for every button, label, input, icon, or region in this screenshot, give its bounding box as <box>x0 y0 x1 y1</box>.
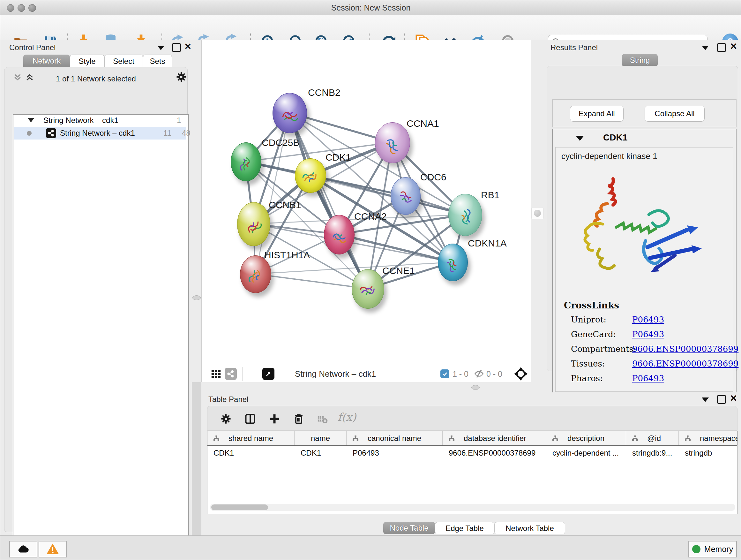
column-header-shared-name[interactable]: shared name <box>207 431 294 445</box>
node-label: CCNB2 <box>308 87 340 98</box>
column-header-name[interactable]: name <box>294 431 347 445</box>
tab-sets[interactable]: Sets <box>143 55 172 67</box>
network-node-cdk1[interactable] <box>295 159 326 193</box>
control-panel: Control Panel ✕ Network Style Select Set… <box>0 40 192 536</box>
table-panel-title: Table Panel <box>208 395 248 404</box>
column-network-icon <box>551 435 559 442</box>
tab-select[interactable]: Select <box>105 55 143 67</box>
splitter-handle[interactable] <box>531 207 543 219</box>
network-node-cdc25b[interactable] <box>231 142 261 181</box>
splitter-handle[interactable] <box>192 295 201 300</box>
column-header--id[interactable]: @id <box>626 431 679 445</box>
table-cell[interactable]: stringdb <box>679 447 738 459</box>
network-node-ccna1[interactable] <box>375 122 410 163</box>
selected-node-edge-counter: 1 - 0 <box>453 369 468 379</box>
network-share-icon[interactable] <box>225 368 237 380</box>
gene-name: CDK1 <box>603 132 627 143</box>
hidden-eye-slash-icon[interactable] <box>474 368 484 381</box>
network-node-rb1[interactable] <box>448 194 482 236</box>
column-header-description[interactable]: description <box>546 431 626 445</box>
panel-float-icon[interactable] <box>717 395 726 404</box>
panel-close-icon[interactable]: ✕ <box>730 395 737 402</box>
open-in-browser-icon[interactable] <box>262 368 274 380</box>
panel-close-icon[interactable]: ✕ <box>184 43 192 50</box>
table-cell[interactable]: CDK1 <box>207 447 294 459</box>
network-options-gear-icon[interactable] <box>176 71 187 84</box>
column-network-icon <box>684 435 691 442</box>
crosslink-link[interactable]: 9606.ENSP00000378699 <box>632 359 738 368</box>
selected-checkbox-icon[interactable] <box>441 369 449 378</box>
tab-edge-table[interactable]: Edge Table <box>435 522 494 534</box>
show-columns-icon[interactable] <box>243 412 257 426</box>
table-cell[interactable]: 9606.ENSP00000378699 <box>443 447 546 459</box>
delete-column-icon[interactable] <box>292 412 306 426</box>
table-cell[interactable]: CDK1 <box>294 447 347 459</box>
splitter-handle[interactable] <box>471 385 480 390</box>
network-edge[interactable] <box>289 113 367 289</box>
vertical-splitter-left[interactable] <box>192 40 201 382</box>
collection-label: String Network – cdk1 <box>44 116 118 125</box>
network-node-ccnb1[interactable] <box>237 202 270 246</box>
warnings-button[interactable] <box>39 541 67 557</box>
column-header-namespace[interactable]: namespace <box>679 431 738 445</box>
birdseye-grid-icon[interactable] <box>211 368 221 381</box>
table-cell[interactable]: cyclin-dependent ... <box>546 447 626 459</box>
fit-content-crosshair-icon[interactable] <box>514 367 528 382</box>
cloud-button[interactable] <box>9 541 37 557</box>
node-label: CCNB1 <box>269 199 301 210</box>
entry-expanded-icon[interactable] <box>576 136 584 141</box>
add-column-icon[interactable] <box>267 412 281 426</box>
network-selection-status: 1 of 1 Network selected <box>4 74 187 83</box>
delete-table-icon[interactable] <box>315 412 329 426</box>
panel-close-icon[interactable]: ✕ <box>730 43 737 50</box>
collapse-all-button[interactable]: Collapse All <box>645 106 704 122</box>
network-node-cdc6[interactable] <box>391 177 421 215</box>
network-collection-row[interactable]: String Network – cdk1 1 <box>13 115 187 127</box>
hidden-node-edge-counter: 0 - 0 <box>486 369 502 379</box>
column-header-database-identifier[interactable]: database identifier <box>443 431 546 445</box>
expand-all-button[interactable]: Expand All <box>570 106 623 122</box>
tab-network-table[interactable]: Network Table <box>494 522 565 534</box>
network-edge[interactable] <box>255 274 367 289</box>
tab-style[interactable]: Style <box>70 55 105 67</box>
table-options-gear-icon[interactable] <box>219 412 233 426</box>
tab-node-table[interactable]: Node Table <box>383 522 435 534</box>
table-cell[interactable]: P06493 <box>347 447 443 459</box>
results-buttons-box: Expand All Collapse All <box>552 99 737 127</box>
panel-float-icon[interactable] <box>172 43 181 52</box>
collection-expanded-icon[interactable] <box>27 118 35 122</box>
node-table[interactable]: shared namenamecanonical namedatabase id… <box>207 431 738 514</box>
column-header-canonical-name[interactable]: canonical name <box>347 431 443 445</box>
table-cell[interactable]: stringdb:9... <box>626 447 679 459</box>
column-label: shared name <box>228 434 273 443</box>
scrollbar-thumb[interactable] <box>211 504 268 510</box>
network-node-ccna2[interactable] <box>324 215 354 254</box>
tab-string[interactable]: String <box>622 54 658 67</box>
memory-button[interactable]: Memory <box>688 541 737 557</box>
table-toolbar: f(x) <box>207 406 738 431</box>
network-node-ccnb2[interactable] <box>273 93 307 133</box>
table-panel: Table Panel ✕ f(x) shared namenamecanoni… <box>201 392 741 536</box>
panel-float-icon[interactable] <box>717 43 726 52</box>
network-node-hist1h1a[interactable] <box>240 255 271 293</box>
results-panel-title: Results Panel <box>550 43 598 52</box>
horizontal-scrollbar[interactable] <box>210 504 735 511</box>
function-builder-icon[interactable]: f(x) <box>338 411 356 423</box>
protein-thumbnail-icon <box>246 265 265 288</box>
vertical-splitter-right[interactable] <box>530 40 545 382</box>
panel-menu-icon[interactable] <box>702 46 709 50</box>
column-label: description <box>567 434 604 443</box>
control-panel-title: Control Panel <box>9 43 56 52</box>
crosslink-link[interactable]: P06493 <box>632 329 664 339</box>
panel-menu-icon[interactable] <box>157 46 164 50</box>
crosslink-link[interactable]: P06493 <box>632 374 664 383</box>
network-node-ccne1[interactable] <box>352 269 384 309</box>
panel-menu-icon[interactable] <box>702 397 709 402</box>
crosslink-link[interactable]: 9606.ENSP00000378699 <box>632 344 738 354</box>
network-view-canvas[interactable]: CCNB2CCNA1CDC25BCDK1CDC6RB1CCNB1CCNA2CDK… <box>201 40 531 365</box>
tab-network[interactable]: Network <box>23 55 70 67</box>
network-node-cdkn1a[interactable] <box>438 244 468 281</box>
crosslink-link[interactable]: P06493 <box>632 315 664 324</box>
network-current-dot-icon <box>27 131 31 136</box>
network-row-selected[interactable]: String Network – cdk1 11 48 <box>14 127 186 139</box>
